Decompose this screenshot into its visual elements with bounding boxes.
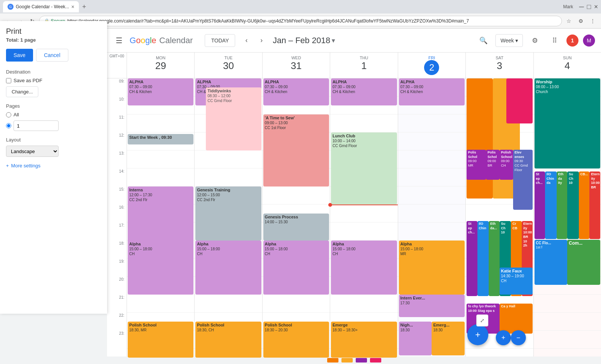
event-wed-sew[interactable]: 'A Time to Sew' 09:00 – 13:00 CC 1st Flo… bbox=[263, 114, 329, 187]
day-header-sat: Sat 3 bbox=[465, 53, 533, 78]
event-sat-elev[interactable]: Elev enses 09:30 CC Grnd Floor bbox=[513, 150, 533, 210]
event-sat-cally[interactable]: Ca y Hall bbox=[500, 304, 533, 334]
pages-input[interactable] bbox=[14, 120, 59, 131]
new-tab-button[interactable]: + bbox=[79, 2, 89, 12]
zoom-plus-button[interactable]: + bbox=[496, 330, 511, 345]
event-mon-alpha[interactable]: ALPHA 07:30 – 09:00 CH & Kitchen bbox=[128, 78, 193, 105]
event-mon-alpha2[interactable]: Alpha 15:00 – 18:00 CH bbox=[128, 241, 193, 295]
user-avatar[interactable]: M bbox=[583, 35, 595, 47]
custom-pages-row bbox=[6, 120, 101, 131]
more-settings-label: More settings bbox=[11, 163, 41, 168]
custom-pages-radio[interactable] bbox=[6, 123, 11, 128]
browser-tab[interactable]: G Google Calendar - Week... × bbox=[3, 1, 79, 12]
fullscreen-button[interactable]: ⤢ bbox=[476, 314, 488, 326]
event-sun-com[interactable]: Com... bbox=[567, 240, 600, 285]
close-button[interactable]: × bbox=[594, 3, 598, 11]
tab-close-icon[interactable]: × bbox=[71, 4, 74, 10]
layout-select[interactable]: Landscape bbox=[6, 146, 59, 157]
print-destination: Save as PDF Change... bbox=[6, 78, 101, 97]
google-calendar-logo: Google Calendar bbox=[130, 36, 193, 45]
url-bar[interactable]: 🔒 Secure https://calendar.google.com/cal… bbox=[39, 16, 562, 26]
print-save-button[interactable]: Save bbox=[6, 49, 33, 62]
event-thu-alpha2[interactable]: Alpha 15:00 – 18:00 CH bbox=[331, 241, 397, 295]
event-sun-eter2[interactable]: Etern ity 10:00 BR bbox=[589, 171, 600, 239]
day-wed[interactable]: ALPHA 07:30 – 09:00 CH & Kitchen 'A Time… bbox=[262, 78, 330, 364]
zoom-minus-button[interactable]: − bbox=[511, 330, 526, 345]
event-mon-startweek[interactable]: Start the Week , 09:30 bbox=[128, 134, 193, 144]
week-view-dropdown[interactable]: Week ▾ bbox=[495, 34, 523, 47]
event-sat-ilo[interactable]: IlO Chin bbox=[477, 221, 489, 296]
date-range[interactable]: Jan – Feb 2018 ▾ bbox=[273, 36, 335, 45]
day-sun[interactable]: Worship 08:00 – 13:00 Church CC Flo... 1… bbox=[533, 78, 601, 364]
event-mon-interns[interactable]: Interns 12:00 – 17:30 CC 2nd Flr bbox=[128, 187, 193, 250]
event-fri-alpha[interactable]: ALPHA 07:30 – 09:00 CH & Kitchen bbox=[399, 78, 465, 105]
event-wed-alpha[interactable]: ALPHA 07:30 – 09:00 CH & Kitchen bbox=[263, 78, 329, 105]
event-sat-step[interactable]: St ep ch... bbox=[467, 221, 477, 296]
menu-icon[interactable]: ☰ bbox=[113, 35, 125, 47]
event-fri-night[interactable]: Nigh... 18:30 bbox=[399, 322, 432, 355]
event-sat-katie[interactable]: Katie Faux 14:30 – 19:00 CH bbox=[500, 268, 533, 295]
event-sun-su2[interactable]: Su Ch 10 bbox=[567, 171, 579, 239]
event-thu-emerge[interactable]: Emerge 18:30 – 18:30+ bbox=[331, 322, 397, 358]
next-week-button[interactable]: › bbox=[255, 34, 268, 47]
day-mon[interactable]: ALPHA 07:30 – 09:00 CH & Kitchen Start t… bbox=[127, 78, 194, 364]
event-fri-alpha2[interactable]: Alpha 15:00 – 18:00 MR bbox=[399, 241, 465, 295]
bottom-color-yellow bbox=[341, 358, 353, 362]
day-sat[interactable]: Polis Schol 09:00 MR Polis Schol 09:00 B… bbox=[465, 78, 533, 364]
event-sun-eth[interactable]: Eth da ity bbox=[557, 171, 568, 239]
print-title: Print bbox=[6, 27, 101, 36]
event-sat-polish2[interactable]: Polis Schol 09:00 BR bbox=[486, 150, 500, 180]
event-fri-emerge[interactable]: Emerg... 18:30 bbox=[432, 322, 465, 355]
maximize-button[interactable]: □ bbox=[587, 3, 591, 11]
event-tue-genesis[interactable]: Genesis Training 12:00 – 15:00 CC 2nd Fl… bbox=[195, 187, 261, 241]
more-settings-button[interactable]: + More settings bbox=[6, 163, 101, 168]
week-dropdown-arrow: ▾ bbox=[515, 38, 518, 44]
day-thu[interactable]: ALPHA 07:30 – 09:00 CH & Kitchen Lunch C… bbox=[330, 78, 397, 364]
extensions-button[interactable]: ⚙ bbox=[575, 16, 586, 26]
apps-button[interactable]: ⠿ bbox=[547, 33, 562, 48]
event-sun-worship[interactable]: Worship 08:00 – 13:00 Church bbox=[535, 78, 600, 168]
save-as-pdf-checkbox[interactable] bbox=[6, 78, 11, 83]
event-thu-lunch[interactable]: Lunch Club 10:00 – 14:00 CC Grnd Floor bbox=[331, 132, 397, 205]
event-sun-ilo[interactable]: IlO Chin da bbox=[545, 171, 557, 239]
event-sat-3[interactable] bbox=[506, 78, 533, 123]
event-tue-polish[interactable]: Polish School 18:30, CH bbox=[195, 322, 261, 358]
event-sat-1[interactable] bbox=[467, 78, 493, 199]
plus-icon: + bbox=[6, 163, 9, 168]
event-sun-cb[interactable]: CB... bbox=[579, 171, 590, 239]
event-wed-genesis2[interactable]: Genesis Process 14:00 – 15:30 bbox=[263, 214, 329, 241]
all-pages-radio[interactable] bbox=[6, 112, 11, 117]
day-header-thu: Thu 1 bbox=[330, 53, 397, 78]
minimize-button[interactable]: ─ bbox=[579, 3, 584, 11]
search-button[interactable]: 🔍 bbox=[476, 33, 491, 48]
event-sun-ccflo[interactable]: CC Flo... 1st f bbox=[535, 240, 568, 285]
event-sun-step[interactable]: St ep ch... bbox=[535, 171, 545, 239]
print-dialog: Print Total: 1 page Save Cancel Destinat… bbox=[0, 21, 107, 314]
event-sat-polish1[interactable]: Polis Schol 09:00 MR bbox=[467, 150, 486, 180]
event-mon-polish[interactable]: Polish School 18:30, MR bbox=[128, 322, 193, 358]
prev-week-button[interactable]: ‹ bbox=[240, 34, 253, 47]
print-cancel-button[interactable]: Cancel bbox=[36, 49, 68, 62]
event-fri-intern[interactable]: Intern Ever... 17:30 bbox=[399, 295, 465, 317]
notification-badge: 1 bbox=[566, 35, 578, 47]
event-wed-polish[interactable]: Polish School 18:30 – 20:30 bbox=[263, 322, 329, 358]
event-sat-eth[interactable]: Eth da... bbox=[489, 221, 500, 296]
notification-area[interactable]: 1 bbox=[566, 35, 578, 47]
bookmark-button[interactable]: ☆ bbox=[563, 16, 574, 26]
day-header-sun: Sun 4 bbox=[533, 53, 601, 78]
fab-add-button[interactable]: + bbox=[467, 324, 488, 345]
settings-button[interactable]: ⚙ bbox=[527, 33, 542, 48]
today-button[interactable]: TODAY bbox=[205, 34, 235, 47]
day-fri[interactable]: ALPHA 07:30 – 09:00 CH & Kitchen Alpha 1… bbox=[398, 78, 465, 364]
print-buttons: Save Cancel bbox=[6, 49, 101, 62]
change-destination-button[interactable]: Change... bbox=[6, 86, 38, 97]
menu-button[interactable]: ⋮ bbox=[587, 16, 598, 26]
event-wed-alpha2[interactable]: Alpha 15:00 – 18:00 CH bbox=[263, 241, 329, 295]
day-tue[interactable]: ALPHA 07:30 – 09:00 CH & Kitchen Tiddlyw… bbox=[194, 78, 262, 364]
event-tue-alpha2[interactable]: Alpha 15:00 – 18:00 CH bbox=[195, 241, 261, 295]
calendar-scroll-area[interactable]: 09: 10: 11: 12: 13: 14: 15: 16: 17: 18: … bbox=[107, 78, 601, 364]
event-tue-tiddly[interactable]: Tiddlywinks 08:30 – 12:00 CC Grnd Floor bbox=[206, 87, 261, 150]
event-sat-polish3[interactable]: Polish School 09:00 CH bbox=[500, 150, 513, 180]
event-thu-alpha[interactable]: ALPHA 07:30 – 09:00 CH & Kitchen bbox=[331, 78, 397, 105]
print-total-value: 1 page bbox=[20, 37, 36, 43]
